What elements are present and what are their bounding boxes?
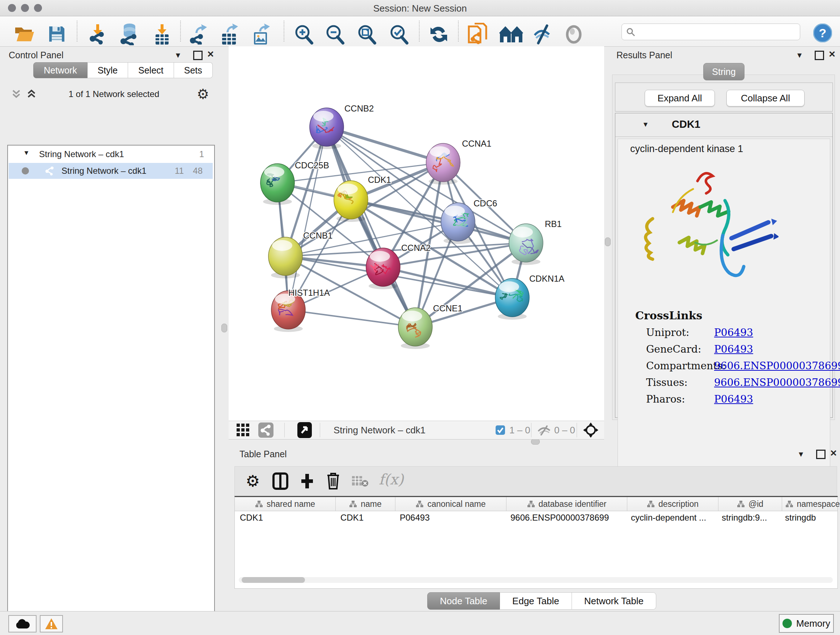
crosslink-link[interactable]: 9606.ENSP00000378699 — [714, 360, 840, 372]
network-canvas[interactable]: CCNB2CCNA1CDC25BCDK1CDC6RB1CCNB1CCNA2CDK… — [229, 46, 604, 421]
panel-float-icon[interactable]: ▾ — [799, 449, 803, 459]
protein-card-header[interactable]: ▼ CDK1 — [615, 113, 832, 137]
column-header--id[interactable]: @id — [718, 497, 782, 511]
help-icon[interactable]: ? — [813, 24, 832, 42]
tab-network[interactable]: Network — [33, 62, 88, 78]
memory-status-dot — [783, 619, 792, 628]
network-row-selected[interactable]: String Network – cdk1 11 48 — [9, 163, 213, 179]
crosslink-link[interactable]: P06493 — [714, 326, 753, 339]
zoom-fit-icon[interactable] — [357, 24, 377, 44]
node-label: HIST1H1A — [288, 288, 330, 298]
add-column-icon[interactable] — [299, 472, 315, 490]
network-node[interactable]: CDKN1A — [495, 274, 564, 320]
export-image-icon[interactable] — [251, 23, 272, 45]
column-header-description[interactable]: description — [627, 497, 718, 511]
toolbar-separator — [77, 21, 77, 42]
hidden-eye-icon — [537, 425, 551, 435]
network-options-gear-icon[interactable]: ⚙ — [197, 86, 209, 102]
hide-selected-icon[interactable] — [532, 24, 554, 44]
grid-view-icon[interactable] — [237, 424, 251, 437]
node-label: CDC25B — [295, 160, 329, 170]
table-panel-tabs: Node TableEdge TableNetwork Table — [427, 592, 656, 610]
panel-float-icon[interactable]: ▾ — [176, 50, 180, 60]
table-cell: stringdb:9... — [717, 511, 780, 524]
panel-undock-icon[interactable] — [815, 51, 824, 60]
right-splitter-handle[interactable] — [605, 238, 611, 246]
collection-expander-icon[interactable]: ▼ — [23, 149, 30, 157]
crosslink-link[interactable]: 9606.ENSP00000378699 — [714, 377, 840, 388]
crosslink-link[interactable]: P06493 — [714, 343, 753, 355]
crosslink-label: Uniprot: — [646, 326, 689, 339]
import-table-file-icon[interactable] — [152, 24, 172, 44]
panel-float-icon[interactable]: ▾ — [797, 50, 802, 60]
warning-icon — [44, 618, 58, 630]
export-table-icon[interactable] — [219, 23, 240, 45]
birdseye-view-icon[interactable] — [297, 422, 312, 438]
network-node[interactable]: HIST1H1A — [271, 288, 330, 332]
network-node[interactable]: RB1 — [509, 219, 562, 265]
panel-close-icon[interactable]: ✕ — [207, 49, 214, 59]
delete-column-icon[interactable] — [326, 472, 340, 490]
network-edge[interactable] — [288, 310, 415, 327]
cloud-button[interactable] — [8, 615, 36, 632]
bottom-splitter-handle[interactable] — [531, 439, 540, 445]
network-edge[interactable] — [288, 127, 327, 310]
column-header-database-identifier[interactable]: database identifier — [507, 497, 627, 511]
table-settings-gear-icon[interactable]: ⚙ — [246, 472, 260, 490]
import-string-network-icon[interactable] — [467, 23, 490, 46]
table-row[interactable]: CDK1CDK1P064939606.ENSP00000378699cyclin… — [235, 511, 837, 524]
clear-table-icon — [351, 475, 369, 488]
tab-edge-table[interactable]: Edge Table — [500, 592, 572, 610]
network-node[interactable]: CDC25B — [261, 160, 329, 205]
import-network-file-icon[interactable] — [88, 24, 109, 44]
control-panel: Control Panel ▾ ✕ NetworkStyleSelectSets… — [0, 46, 228, 611]
zoom-selected-icon[interactable] — [389, 24, 409, 44]
tab-style[interactable]: Style — [88, 62, 128, 78]
tab-node-table[interactable]: Node Table — [427, 592, 500, 610]
network-edge[interactable] — [351, 200, 526, 243]
home-icon[interactable] — [499, 26, 523, 43]
network-collection-row[interactable]: ▼ String Network – cdk1 1 — [8, 149, 214, 163]
protein-expander-icon[interactable]: ▼ — [642, 120, 649, 128]
collapse-all-button[interactable]: Collapse All — [726, 90, 805, 106]
search-field[interactable] — [622, 24, 800, 40]
panel-undock-icon[interactable] — [193, 51, 202, 60]
network-overview-icon[interactable] — [258, 423, 273, 438]
crosslink-link[interactable]: P06493 — [714, 393, 753, 405]
fit-selected-crosshair-icon[interactable] — [583, 423, 598, 438]
tab-network-table[interactable]: Network Table — [572, 592, 656, 610]
network-edge[interactable] — [327, 127, 415, 327]
scrollbar-thumb[interactable] — [242, 577, 305, 583]
zoom-in-icon[interactable] — [294, 24, 314, 44]
tab-select[interactable]: Select — [128, 62, 174, 78]
expand-all-button[interactable]: Expand All — [645, 90, 715, 106]
export-network-icon[interactable] — [189, 24, 209, 44]
column-header-name[interactable]: name — [336, 497, 395, 511]
show-columns-icon[interactable] — [272, 472, 288, 490]
network-node[interactable]: CCNE1 — [398, 303, 462, 349]
panel-close-icon[interactable]: ✕ — [830, 448, 837, 458]
refresh-view-icon[interactable] — [429, 24, 448, 44]
zoom-out-icon[interactable] — [325, 24, 345, 44]
network-node[interactable]: CCNB2 — [309, 103, 374, 149]
panel-close-icon[interactable]: ✕ — [829, 49, 836, 59]
table-toolbar: ⚙ f(x) — [234, 466, 837, 496]
tab-string[interactable]: String — [703, 63, 745, 80]
table-cell: P06493 — [395, 511, 505, 524]
warnings-button[interactable] — [40, 615, 63, 632]
column-header-canonical-name[interactable]: canonical name — [395, 497, 507, 511]
memory-button[interactable]: Memory — [779, 614, 834, 633]
open-session-icon[interactable] — [14, 25, 35, 43]
save-session-icon[interactable] — [48, 25, 66, 43]
import-network-database-icon[interactable] — [118, 23, 141, 45]
protein-description: cyclin-dependent kinase 1 — [630, 143, 743, 155]
table-horizontal-scrollbar[interactable] — [239, 577, 833, 583]
tab-sets[interactable]: Sets — [174, 62, 213, 78]
column-header-shared-name[interactable]: shared name — [235, 497, 336, 511]
panel-undock-icon[interactable] — [816, 450, 826, 459]
selected-checkbox-icon[interactable] — [496, 425, 505, 435]
search-input[interactable] — [638, 25, 795, 38]
column-header-namespace[interactable]: namespace — [782, 497, 840, 511]
network-edge[interactable] — [327, 127, 443, 163]
left-splitter-handle[interactable] — [221, 324, 227, 333]
